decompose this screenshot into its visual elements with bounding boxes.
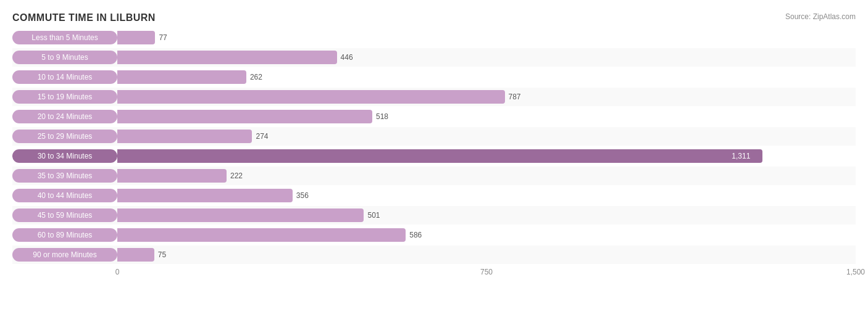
bar-value: 262 bbox=[250, 73, 262, 81]
bar-track: 356 bbox=[117, 186, 856, 205]
bar-label: 15 to 19 Minutes bbox=[12, 90, 117, 104]
x-axis-label: 1,500 bbox=[846, 268, 865, 276]
bar-label: 20 to 24 Minutes bbox=[12, 110, 117, 123]
bar-fill bbox=[117, 228, 406, 242]
bar-rows: Less than 5 Minutes775 to 9 Minutes44610… bbox=[12, 28, 856, 264]
bar-track: 75 bbox=[117, 246, 856, 264]
bar-track: 262 bbox=[117, 68, 856, 86]
bar-label: 40 to 44 Minutes bbox=[12, 189, 117, 202]
bar-track: 1,311 bbox=[117, 147, 856, 165]
bar-value: 518 bbox=[376, 112, 388, 121]
bar-value: 222 bbox=[230, 171, 243, 180]
bar-label: Less than 5 Minutes bbox=[12, 31, 117, 44]
bar-label: 35 to 39 Minutes bbox=[12, 169, 117, 183]
bar-track: 501 bbox=[117, 206, 856, 225]
bar-value: 77 bbox=[159, 33, 167, 42]
bar-track: 518 bbox=[117, 107, 856, 126]
bar-track: 274 bbox=[117, 127, 856, 146]
bar-fill bbox=[117, 130, 252, 143]
bar-track: 586 bbox=[117, 226, 856, 244]
bar-fill bbox=[117, 51, 337, 64]
bar-fill bbox=[117, 208, 364, 222]
bar-row: 30 to 34 Minutes1,311 bbox=[12, 147, 856, 165]
bar-value: 787 bbox=[509, 93, 521, 101]
bar-row: Less than 5 Minutes77 bbox=[12, 28, 856, 47]
bar-track: 446 bbox=[117, 48, 856, 67]
bar-fill bbox=[117, 110, 372, 123]
bar-value: 501 bbox=[367, 211, 380, 220]
bar-row: 25 to 29 Minutes274 bbox=[12, 127, 856, 146]
bar-track: 787 bbox=[117, 88, 856, 106]
bar-fill bbox=[117, 248, 154, 262]
bar-row: 90 or more Minutes75 bbox=[12, 246, 856, 264]
bar-label: 90 or more Minutes bbox=[12, 248, 117, 262]
bar-label: 45 to 59 Minutes bbox=[12, 208, 117, 222]
bar-track: 77 bbox=[117, 28, 856, 47]
bar-label: 25 to 29 Minutes bbox=[12, 130, 117, 143]
bar-track: 222 bbox=[117, 167, 856, 185]
bar-row: 60 to 89 Minutes586 bbox=[12, 226, 856, 244]
bar-value: 274 bbox=[256, 132, 268, 141]
bar-fill bbox=[117, 70, 246, 84]
bar-fill bbox=[117, 149, 762, 163]
bar-fill bbox=[117, 169, 227, 183]
chart-title: COMMUTE TIME IN LILBURN bbox=[12, 12, 856, 23]
bar-label: 30 to 34 Minutes bbox=[12, 149, 117, 163]
bar-row: 15 to 19 Minutes787 bbox=[12, 88, 856, 106]
chart-container: COMMUTE TIME IN LILBURN Source: ZipAtlas… bbox=[0, 0, 868, 322]
bar-fill bbox=[117, 189, 293, 202]
bar-row: 35 to 39 Minutes222 bbox=[12, 167, 856, 185]
bar-value: 446 bbox=[341, 53, 353, 62]
bar-fill bbox=[117, 31, 155, 44]
x-axis-label: 0 bbox=[115, 268, 120, 276]
bar-row: 5 to 9 Minutes446 bbox=[12, 48, 856, 67]
bar-value: 356 bbox=[296, 191, 309, 200]
bar-row: 20 to 24 Minutes518 bbox=[12, 107, 856, 126]
source-text: Source: ZipAtlas.com bbox=[785, 12, 856, 21]
bar-value: 75 bbox=[158, 250, 166, 259]
bar-label: 10 to 14 Minutes bbox=[12, 70, 117, 84]
bar-row: 40 to 44 Minutes356 bbox=[12, 186, 856, 205]
bar-row: 45 to 59 Minutes501 bbox=[12, 206, 856, 225]
bar-row: 10 to 14 Minutes262 bbox=[12, 68, 856, 86]
bar-fill bbox=[117, 90, 505, 104]
bar-value: 1,311 bbox=[732, 152, 852, 160]
chart-area: Less than 5 Minutes775 to 9 Minutes44610… bbox=[12, 28, 856, 283]
x-axis-label: 750 bbox=[480, 268, 493, 276]
bar-value: 586 bbox=[409, 231, 422, 239]
x-axis: 07501,500 bbox=[117, 268, 856, 283]
bar-label: 5 to 9 Minutes bbox=[12, 51, 117, 64]
bar-label: 60 to 89 Minutes bbox=[12, 228, 117, 242]
